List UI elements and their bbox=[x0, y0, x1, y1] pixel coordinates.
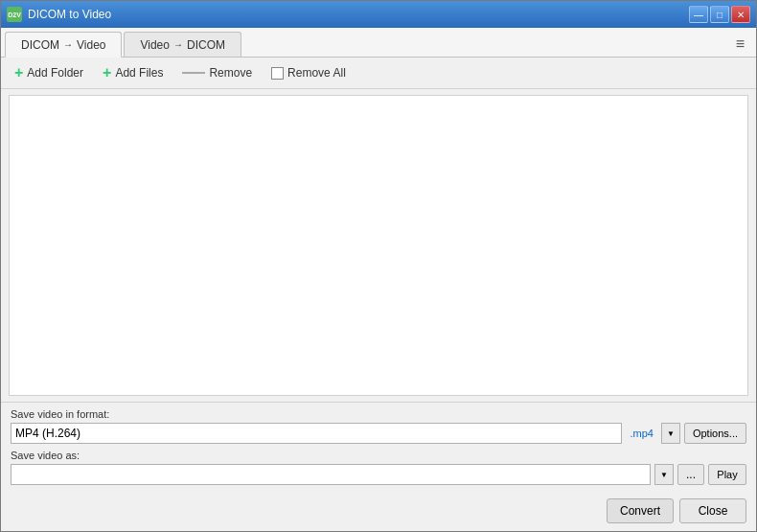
window-title: DICOM to Video bbox=[28, 8, 111, 21]
window-controls: — □ ✕ bbox=[689, 6, 750, 23]
app-icon: D2V bbox=[7, 7, 22, 22]
hamburger-menu-button[interactable]: ≡ bbox=[728, 32, 752, 57]
tab-video-to-dicom[interactable]: Video → DICOM bbox=[124, 32, 241, 57]
add-folder-button[interactable]: + Add Folder bbox=[11, 63, 87, 82]
action-bar: Convert Close bbox=[1, 493, 756, 531]
tab-bar: DICOM → Video Video → DICOM ≡ bbox=[1, 28, 756, 58]
play-button[interactable]: Play bbox=[708, 464, 746, 485]
close-window-button[interactable]: ✕ bbox=[731, 6, 750, 23]
remove-label: Remove bbox=[209, 66, 252, 80]
tab-dicom-label2: DICOM bbox=[187, 38, 225, 52]
convert-button[interactable]: Convert bbox=[607, 498, 674, 523]
close-button[interactable]: Close bbox=[679, 498, 746, 523]
format-label: Save video in format: bbox=[11, 408, 746, 420]
tab-video-label: Video bbox=[77, 38, 105, 52]
remove-all-checkbox-icon bbox=[271, 67, 284, 80]
title-bar-left: D2V DICOM to Video bbox=[7, 7, 111, 22]
remove-icon bbox=[182, 72, 205, 74]
add-folder-label: Add Folder bbox=[27, 66, 83, 80]
tab-dicom-to-video[interactable]: DICOM → Video bbox=[5, 32, 122, 58]
remove-all-button[interactable]: Remove All bbox=[267, 64, 350, 81]
remove-all-label: Remove All bbox=[287, 66, 346, 80]
add-files-plus-icon: + bbox=[103, 65, 111, 81]
add-files-label: Add Files bbox=[115, 66, 163, 80]
format-select-row: MP4 (H.264) .mp4 ▼ Options... bbox=[11, 423, 746, 444]
format-dropdown-arrow[interactable]: ▼ bbox=[661, 423, 680, 444]
tab-arrow-1: → bbox=[63, 39, 73, 50]
toolbar: + Add Folder + Add Files Remove Remove A… bbox=[1, 58, 756, 89]
save-as-dropdown-arrow[interactable]: ▼ bbox=[654, 464, 674, 485]
format-value: MP4 (H.264) bbox=[15, 427, 80, 440]
main-window: D2V DICOM to Video — □ ✕ DICOM → Video V… bbox=[0, 0, 757, 532]
tab-arrow-2: → bbox=[173, 39, 183, 50]
bottom-panel: Save video in format: MP4 (H.264) .mp4 ▼… bbox=[1, 402, 756, 493]
remove-button[interactable]: Remove bbox=[178, 64, 256, 81]
options-button[interactable]: Options... bbox=[684, 423, 746, 444]
format-extension: .mp4 bbox=[626, 428, 656, 439]
add-files-button[interactable]: + Add Files bbox=[99, 63, 167, 82]
tab-dicom-label: DICOM bbox=[21, 38, 59, 52]
save-as-label: Save video as: bbox=[11, 450, 746, 461]
add-folder-plus-icon: + bbox=[14, 65, 23, 81]
maximize-button[interactable]: □ bbox=[710, 6, 729, 23]
tab-video-label2: Video bbox=[140, 38, 169, 52]
format-select[interactable]: MP4 (H.264) bbox=[11, 423, 622, 444]
minimize-button[interactable]: — bbox=[689, 6, 708, 23]
title-bar: D2V DICOM to Video — □ ✕ bbox=[1, 1, 756, 28]
file-list-area bbox=[9, 95, 748, 396]
save-as-input[interactable] bbox=[11, 464, 651, 485]
save-as-row: ▼ ... Play bbox=[11, 464, 746, 485]
browse-button[interactable]: ... bbox=[677, 464, 704, 485]
